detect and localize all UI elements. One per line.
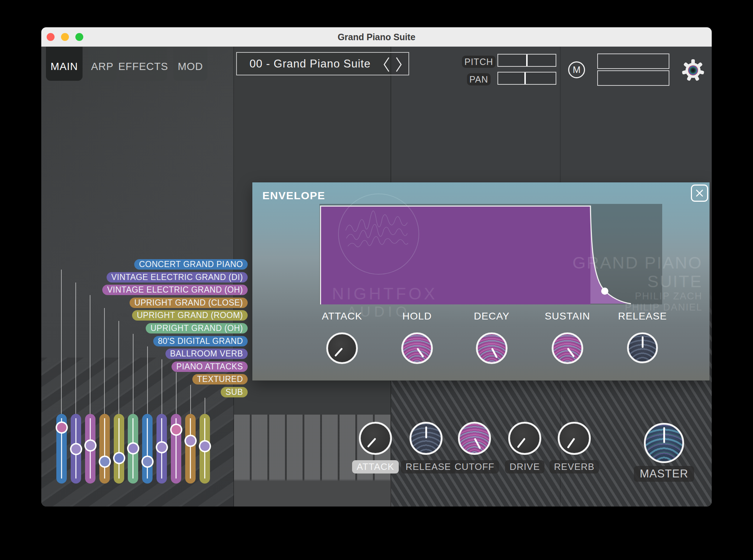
gear-icon (682, 59, 705, 82)
layer-connector-line (118, 321, 119, 414)
preset-prev-button[interactable] (382, 56, 391, 72)
slider-thumb[interactable] (170, 424, 182, 436)
macro-drive-knob[interactable] (508, 422, 541, 455)
slider-thumb[interactable] (56, 421, 68, 434)
layer-pill[interactable]: VINTAGE ELECTRIC GRAND (DI) (107, 272, 248, 283)
macro-release-label[interactable]: RELEASE (401, 460, 456, 473)
pan-label: PAN (467, 73, 491, 85)
pan-slider-handle[interactable] (524, 73, 526, 84)
envelope-title: ENVELOPE (262, 190, 325, 202)
layer-connector-line (133, 334, 134, 414)
layer-pill[interactable]: UPRIGHT GRAND (CLOSE) (130, 298, 248, 308)
pan-slider[interactable] (497, 72, 556, 85)
layer-volume-slider[interactable] (185, 414, 196, 484)
window-title: Grand Piano Suite (41, 27, 712, 47)
layer-volume-slider[interactable] (71, 414, 81, 484)
slider-thumb[interactable] (127, 442, 139, 454)
layer-pill[interactable]: BALLROOM VERB (165, 349, 248, 359)
close-envelope-button[interactable] (691, 185, 708, 202)
pitch-slider[interactable] (497, 54, 556, 67)
chevron-right-icon (394, 56, 403, 73)
slider-thumb[interactable] (99, 456, 111, 468)
layer-pill[interactable]: 80'S DIGITAL GRAND (153, 336, 248, 346)
knob-pointer (474, 438, 481, 449)
release-knob[interactable] (627, 332, 658, 363)
tab-mod[interactable]: MOD (173, 47, 207, 81)
envelope-sustain-region (320, 206, 590, 304)
tab-arp[interactable]: ARP (88, 47, 117, 81)
knob-pointer (642, 336, 644, 348)
envelope-panel: ENVELOPE NIGHTFOX AUDIO (252, 182, 710, 381)
knob-pointer (567, 438, 575, 449)
slider-thumb[interactable] (156, 441, 168, 453)
layer-pill[interactable]: SUB (221, 387, 248, 397)
macro-drive-group: DRIVE (500, 422, 550, 473)
chevron-left-icon (382, 56, 391, 73)
layer-connector-line (75, 283, 76, 414)
macro-reverb-label[interactable]: REVERB (549, 460, 599, 473)
decay-label: DECAY (463, 310, 520, 322)
preset-name: 00 - Grand Piano Suite (237, 53, 383, 75)
slider-thumb[interactable] (84, 439, 97, 452)
envelope-decay-group: DECAY (463, 310, 520, 364)
macro-reverb-knob[interactable] (558, 422, 591, 455)
pitch-slider-handle[interactable] (526, 55, 528, 66)
layer-volume-slider[interactable] (171, 414, 181, 484)
layer-volume-slider[interactable] (99, 414, 110, 484)
hold-knob[interactable] (401, 332, 433, 364)
layer-volume-slider[interactable] (85, 414, 95, 484)
knob-pointer (334, 347, 343, 357)
layer-volume-slider[interactable] (128, 414, 138, 484)
layer-pill[interactable]: PIANO ATTACKS (172, 361, 248, 372)
envelope-sustain-group: SUSTAIN (539, 310, 596, 364)
layer-volume-slider[interactable] (56, 414, 67, 484)
slider-thumb[interactable] (141, 456, 154, 468)
master-label[interactable]: MASTER (634, 466, 694, 482)
layer-connector-line (205, 398, 205, 414)
layer-pill[interactable]: UPRIGHT GRAND (ROOM) (132, 310, 248, 321)
slider-thumb[interactable] (113, 452, 125, 464)
layer-volume-slider[interactable] (142, 414, 153, 484)
sustain-knob[interactable] (552, 332, 583, 364)
preset-selector[interactable]: 00 - Grand Piano Suite (236, 52, 409, 75)
layer-list: CONCERT GRAND PIANO VINTAGE ELECTRIC GRA… (102, 259, 248, 397)
knob-pointer (367, 438, 376, 448)
master-group: MASTER (628, 423, 700, 482)
layer-volume-slider[interactable] (114, 414, 124, 484)
layer-connector-line (190, 385, 191, 414)
layer-pill[interactable]: VINTAGE ELECTRIC GRAND (OH) (102, 285, 248, 295)
mono-label: M (573, 64, 581, 75)
macro-drive-label[interactable]: DRIVE (505, 460, 544, 473)
meter-display-top (597, 53, 669, 69)
layer-pill[interactable]: TEXTURED (192, 374, 248, 384)
mono-button[interactable]: M (568, 61, 585, 78)
knob-pointer (517, 438, 525, 448)
settings-button[interactable] (682, 59, 705, 82)
layer-pill[interactable]: CONCERT GRAND PIANO (134, 259, 248, 270)
attack-knob[interactable] (326, 332, 358, 364)
macro-cutoff-label[interactable]: CUTOFF (450, 460, 499, 473)
layer-volume-slider[interactable] (156, 414, 167, 484)
macro-cutoff-knob[interactable] (458, 422, 491, 455)
tab-main[interactable]: MAIN (46, 47, 83, 81)
slider-thumb[interactable] (70, 443, 82, 455)
plugin-window: Grand Piano Suite MAIN ARP EFFECTS MOD 0… (41, 27, 712, 507)
layer-connector-line (147, 346, 148, 414)
envelope-release-handle[interactable] (601, 288, 608, 295)
decay-knob[interactable] (476, 332, 508, 364)
macro-attack-label[interactable]: ATTACK (352, 460, 399, 473)
layer-connector-line (162, 359, 162, 414)
layer-pill[interactable]: UPRIGHT GRAND (OH) (146, 323, 248, 333)
macro-attack-knob[interactable] (359, 422, 392, 455)
slider-thumb[interactable] (184, 435, 197, 447)
tab-effects[interactable]: EFFECTS (120, 47, 167, 81)
slider-rail (104, 418, 105, 479)
preset-next-button[interactable] (394, 56, 403, 72)
envelope-graph[interactable] (319, 204, 662, 304)
slider-thumb[interactable] (199, 440, 211, 452)
envelope-release-group: RELEASE (614, 310, 671, 363)
layer-volume-slider[interactable] (200, 414, 210, 484)
macro-release-group: RELEASE (401, 422, 451, 473)
macro-release-knob[interactable] (410, 422, 443, 455)
master-knob[interactable] (644, 423, 684, 463)
